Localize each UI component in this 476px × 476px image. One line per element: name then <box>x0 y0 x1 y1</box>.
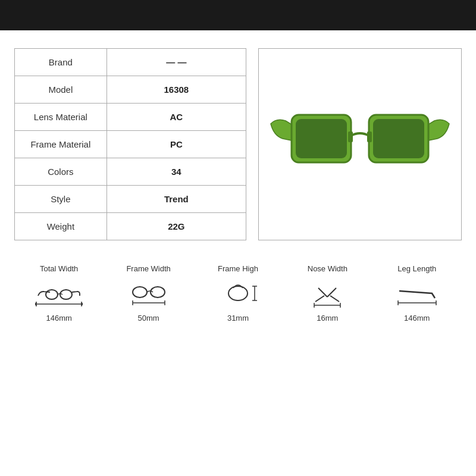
svg-line-25 <box>330 296 339 302</box>
dimension-frame-width: Frame Width 50mm <box>110 264 187 322</box>
svg-rect-4 <box>348 131 353 142</box>
nose-width-icon <box>303 279 351 309</box>
table-row: Brand— — <box>15 49 246 76</box>
table-row: Weight22G <box>15 213 246 240</box>
table-value: — — <box>107 49 246 76</box>
svg-rect-5 <box>367 131 372 142</box>
svg-point-6 <box>46 290 58 299</box>
sunglasses-illustration <box>265 76 455 213</box>
table-value: 16308 <box>107 76 246 104</box>
svg-rect-1 <box>296 119 347 158</box>
table-value: AC <box>107 104 246 131</box>
svg-point-13 <box>133 287 147 298</box>
svg-point-18 <box>228 286 248 300</box>
dimension-leg-length: Leg Length 146mm <box>378 264 456 322</box>
product-info-table: Brand— —Model16308Lens MaterialACFrame M… <box>14 48 246 240</box>
dimension-frame-high: Frame High 31mm <box>199 264 277 322</box>
table-label: Lens Material <box>15 104 107 131</box>
table-value: 34 <box>107 158 246 186</box>
table-label: Brand <box>15 49 107 76</box>
table-value: Trend <box>107 186 246 213</box>
table-label: Colors <box>15 158 107 186</box>
table-row: StyleTrend <box>15 186 246 213</box>
dimension-nose-width: Nose Width 16mm <box>289 264 366 322</box>
dimension-value: 50mm <box>138 314 159 322</box>
dimension-label: Nose Width <box>308 264 347 273</box>
table-value: PC <box>107 131 246 158</box>
svg-rect-3 <box>373 119 424 158</box>
table-label: Frame Material <box>15 131 107 158</box>
table-row: Model16308 <box>15 76 246 104</box>
dimension-value: 146mm <box>404 314 430 322</box>
product-image-area <box>258 48 462 240</box>
dimension-value: 146mm <box>46 314 72 322</box>
svg-line-24 <box>315 296 324 302</box>
page-header <box>0 0 476 30</box>
leg-length-icon <box>393 279 441 309</box>
table-label: Style <box>15 186 107 213</box>
frame-width-icon <box>125 279 173 309</box>
dimension-label: Frame Width <box>126 264 170 273</box>
dimensions-section: Total Width 146mmFrame Width 50mmFrame H… <box>0 252 476 328</box>
dimension-label: Total Width <box>40 264 78 273</box>
table-label: Model <box>15 76 107 104</box>
dimension-label: Frame High <box>218 264 258 273</box>
dimension-value: 16mm <box>317 314 338 322</box>
table-row: Lens MaterialAC <box>15 104 246 131</box>
main-content: Brand— —Model16308Lens MaterialACFrame M… <box>0 30 476 252</box>
dimension-total-width: Total Width 146mm <box>20 264 98 322</box>
dimension-value: 31mm <box>227 314 249 322</box>
frame-high-icon <box>214 279 262 309</box>
dimension-label: Leg Length <box>397 264 436 273</box>
total-width-icon <box>35 279 83 309</box>
table-row: Colors34 <box>15 158 246 186</box>
svg-line-23 <box>327 288 336 297</box>
table-value: 22G <box>107 213 246 240</box>
table-row: Frame MaterialPC <box>15 131 246 158</box>
table-label: Weight <box>15 213 107 240</box>
svg-line-22 <box>318 288 327 297</box>
